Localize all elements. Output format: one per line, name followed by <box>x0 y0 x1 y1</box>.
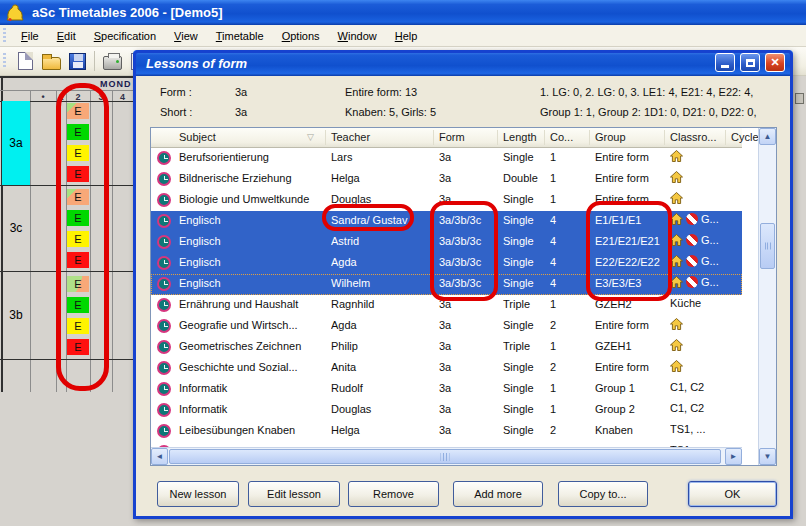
lesson-cell-3a-3[interactable]: E <box>67 145 89 161</box>
copy-to-button[interactable]: Copy to... <box>558 481 648 507</box>
col-count[interactable]: Co... <box>550 131 573 143</box>
vertical-scrollbar[interactable]: ▲ ▼ <box>758 128 776 465</box>
table-row[interactable]: Ernährung und HaushaltRagnhild3aTriple1G… <box>151 295 742 316</box>
table-row[interactable]: Geschichte und Sozial...Anita3aSingle2En… <box>151 358 742 379</box>
cell-group: Knaben <box>595 424 667 436</box>
cell-form: 3a <box>439 151 499 163</box>
edit-lesson-button[interactable]: Edit lesson <box>248 481 340 507</box>
cell-teacher: Rudolf <box>331 382 435 394</box>
lesson-cell-3c-4[interactable]: E <box>67 252 89 268</box>
lesson-clock-icon <box>157 340 171 354</box>
cell-classrooms <box>670 318 742 330</box>
remove-button[interactable]: Remove <box>348 481 439 507</box>
cell-length: Single <box>503 361 547 373</box>
menu-item-view[interactable]: View <box>165 27 207 45</box>
lesson-cell-3b-2[interactable]: E <box>67 297 89 313</box>
lesson-cell-3a-4[interactable]: E <box>67 166 89 182</box>
table-row[interactable]: Geografie und Wirtsch...Agda3aSingle2Ent… <box>151 316 742 337</box>
vscroll-thumb[interactable] <box>760 223 775 269</box>
table-row[interactable]: InformatikRudolf3aSingle1Group 1C1, C2 <box>151 379 742 400</box>
cell-length: Single <box>503 319 547 331</box>
cell-subject: Englisch <box>179 235 327 247</box>
col-classroom[interactable]: Classro... <box>670 131 716 143</box>
lesson-cell-3a-1[interactable]: E <box>67 103 89 119</box>
class-label-3c[interactable]: 3c <box>2 185 30 271</box>
lesson-cell-3c-3[interactable]: E <box>67 231 89 247</box>
forbidden-icon <box>686 255 698 267</box>
cell-length: Single <box>503 214 547 226</box>
lesson-cell-3b-1[interactable]: E <box>67 276 89 292</box>
dialog-close-button[interactable]: ✕ <box>765 53 785 72</box>
table-row[interactable]: EnglischAstrid3a/3b/3cSingle4E21/E21/E21… <box>151 232 742 253</box>
menu-item-file[interactable]: File <box>12 27 48 45</box>
cell-length: Single <box>503 256 547 268</box>
table-row[interactable]: EnglischWilhelm3a/3b/3cSingle4E3/E3/E3G.… <box>151 274 742 295</box>
add-more-button[interactable]: Add more <box>453 481 543 507</box>
cell-count: 4 <box>550 256 570 268</box>
cell-form: 3a <box>439 172 499 184</box>
cell-classrooms: G... <box>670 255 742 267</box>
dialog-minimize-button[interactable] <box>715 53 735 72</box>
table-row[interactable]: Geometrisches ZeichnenPhilip3aTriple1GZE… <box>151 337 742 358</box>
classroom-home-icon <box>670 192 683 204</box>
col-group[interactable]: Group <box>595 131 626 143</box>
menu-item-timetable[interactable]: Timetable <box>207 27 273 45</box>
menu-bar-items: FileEditSpecificationViewTimetableOption… <box>12 27 426 45</box>
col-form[interactable]: Form <box>439 131 465 143</box>
class-label-3a[interactable]: 3a <box>2 101 30 185</box>
col-cycle[interactable]: Cycle <box>731 131 759 143</box>
horizontal-scrollbar[interactable]: ◄ ► <box>151 447 742 465</box>
table-row[interactable]: BerufsorientierungLars3aSingle1Entire fo… <box>151 148 742 169</box>
scroll-right-icon[interactable]: ► <box>725 448 742 465</box>
cell-length: Single <box>503 403 547 415</box>
table-header[interactable]: Subject ▽ Teacher Form Length Co... Grou… <box>151 128 742 148</box>
scroll-left-icon[interactable]: ◄ <box>151 448 168 465</box>
menu-item-options[interactable]: Options <box>273 27 329 45</box>
lesson-cell-3c-2[interactable]: E <box>67 210 89 226</box>
toolbar-separator <box>94 51 95 71</box>
col-subject[interactable]: Subject <box>179 131 216 143</box>
table-row[interactable]: Leibesübungen KnabenHelga3aSingle2Knaben… <box>151 421 742 442</box>
classroom-home-icon <box>670 213 683 225</box>
print-button[interactable] <box>99 49 125 73</box>
lesson-cell-3c-1[interactable]: E <box>67 189 89 205</box>
scroll-up-icon[interactable]: ▲ <box>759 128 776 145</box>
classroom-home-icon <box>670 255 683 267</box>
col-teacher[interactable]: Teacher <box>331 131 370 143</box>
new-document-button[interactable] <box>12 49 38 73</box>
menu-item-specification[interactable]: Specification <box>85 27 165 45</box>
lesson-cell-3b-4[interactable]: E <box>67 339 89 355</box>
table-row[interactable]: InformatikDouglas3aSingle1Group 2C1, C2 <box>151 400 742 421</box>
scroll-down-icon[interactable]: ▼ <box>759 448 776 465</box>
period-header-2: 2 <box>66 92 90 102</box>
toolbar-grip[interactable] <box>3 53 6 69</box>
classroom-text: C1, C2 <box>670 381 704 393</box>
lessons-table: Subject ▽ Teacher Form Length Co... Grou… <box>150 127 777 466</box>
col-length[interactable]: Length <box>503 131 537 143</box>
table-row[interactable]: Bildnerische ErziehungHelga3aDouble1Enti… <box>151 169 742 190</box>
cell-form: 3a <box>439 319 499 331</box>
lesson-cell-3a-2[interactable]: E <box>67 124 89 140</box>
lesson-cell-3b-3[interactable]: E <box>67 318 89 334</box>
table-row[interactable]: EnglischAgda3a/3b/3cSingle4E22/E22/E22G.… <box>151 253 742 274</box>
menu-item-window[interactable]: Window <box>329 27 386 45</box>
table-row[interactable]: Biologie und UmweltkundeDouglas3aSingle1… <box>151 190 742 211</box>
open-button[interactable] <box>38 49 64 73</box>
cell-length: Triple <box>503 298 547 310</box>
class-label-3b[interactable]: 3b <box>2 271 30 359</box>
print-icon <box>103 56 122 70</box>
save-button[interactable] <box>64 49 90 73</box>
table-row[interactable]: EnglischSandra/ Gustav3a/3b/3cSingle4E1/… <box>151 211 742 232</box>
cell-count: 2 <box>550 424 570 436</box>
menu-item-help[interactable]: Help <box>386 27 427 45</box>
menu-bar: FileEditSpecificationViewTimetableOption… <box>0 25 806 47</box>
new-lesson-button[interactable]: New lesson <box>157 481 239 507</box>
grid-line <box>30 90 31 392</box>
hscroll-thumb[interactable] <box>169 449 721 464</box>
menu-item-edit[interactable]: Edit <box>48 27 85 45</box>
ok-button[interactable]: OK <box>688 481 777 507</box>
dialog-maximize-button[interactable] <box>740 53 760 72</box>
cell-length: Single <box>503 424 547 436</box>
window-title: aSc Timetables 2006 - [Demo5] <box>32 5 223 20</box>
menu-grip[interactable] <box>3 28 6 44</box>
